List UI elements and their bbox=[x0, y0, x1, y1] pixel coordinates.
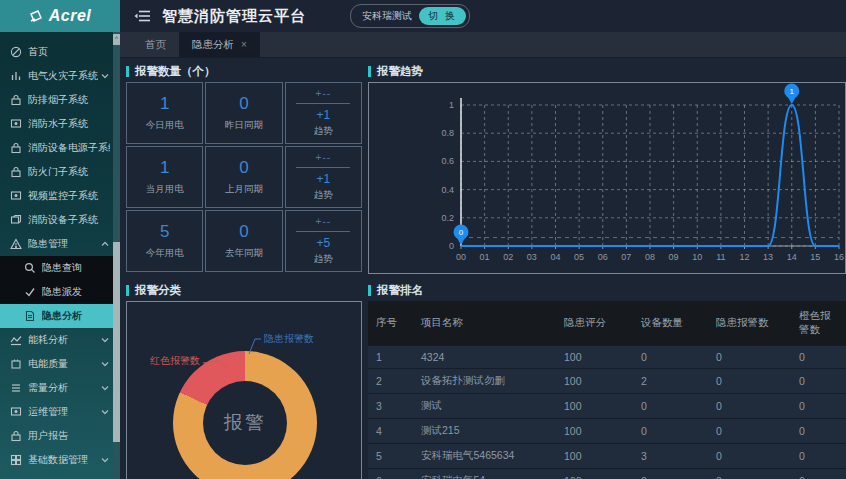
table-cell: 100 bbox=[556, 469, 633, 479]
red-alarm-label: 红色报警数 bbox=[150, 355, 200, 366]
sidebar-item-label: 电能质量 bbox=[28, 357, 98, 371]
table-cell: 0 bbox=[791, 469, 846, 479]
lock-icon bbox=[10, 94, 22, 106]
lock-icon bbox=[10, 430, 22, 442]
trend-card: +--+5趋势 bbox=[285, 210, 362, 272]
sidebar-item-power-quality[interactable]: 电能质量 bbox=[0, 352, 113, 376]
sidebar-item-label: 消防设备电源子系统 bbox=[28, 141, 110, 155]
sidebar-item-home[interactable]: 首页 bbox=[0, 40, 113, 64]
chevron-down-icon bbox=[100, 359, 110, 369]
page-title: 智慧消防管理云平台 bbox=[162, 7, 306, 26]
column-header: 隐患报警数 bbox=[708, 301, 791, 346]
alarm-ranking-table: 序号项目名称隐患评分设备数量隐患报警数橙色报警数 143241000002设备拓… bbox=[368, 301, 846, 479]
sidebar-item-label: 用户报告 bbox=[28, 429, 110, 443]
chevron-down-icon bbox=[100, 71, 110, 81]
svg-text:0.4: 0.4 bbox=[441, 185, 454, 195]
table-cell: 4324 bbox=[413, 346, 556, 369]
svg-text:03: 03 bbox=[527, 252, 537, 262]
monitor-icon bbox=[10, 406, 22, 418]
table-cell: 设备拓扑测试勿删 bbox=[413, 369, 556, 394]
tab-bar: 首页隐患分析× bbox=[120, 32, 846, 58]
tab-hazard-analysis[interactable]: 隐患分析× bbox=[179, 32, 260, 57]
alarm-count-cards: 1今日用电0昨日同期+--+1趋势1当月用电0上月同期+--+1趋势5今年用电0… bbox=[126, 82, 362, 272]
sidebar-item-label: 电气火灾子系统 bbox=[28, 69, 98, 83]
table-cell: 100 bbox=[556, 394, 633, 419]
sidebar-item-user-report[interactable]: 用户报告 bbox=[0, 424, 113, 448]
sidebar-item-fire-water-subsystem[interactable]: 消防水子系统 bbox=[0, 112, 113, 136]
app-window: Acrel 首页电气火灾子系统防排烟子系统消防水子系统消防设备电源子系统防火门子… bbox=[0, 0, 846, 479]
card-label: 今年用电 bbox=[146, 247, 184, 260]
svg-text:08: 08 bbox=[645, 252, 655, 262]
stat-card: 0去年同期 bbox=[205, 210, 282, 272]
chevron-down-icon bbox=[100, 455, 110, 465]
sidebar-item-hazard-query[interactable]: 隐患查询 bbox=[0, 256, 113, 280]
list-icon bbox=[10, 382, 22, 394]
svg-text:01: 01 bbox=[480, 252, 490, 262]
switch-tenant-button[interactable]: 切 换 bbox=[419, 7, 466, 25]
battery-icon bbox=[10, 358, 22, 370]
svg-text:0.2: 0.2 bbox=[441, 213, 454, 223]
svg-text:16: 16 bbox=[834, 252, 844, 262]
tab-close-icon[interactable]: × bbox=[241, 39, 247, 50]
logo: Acrel bbox=[0, 0, 120, 32]
svg-text:15: 15 bbox=[810, 252, 820, 262]
tab-home[interactable]: 首页 bbox=[132, 32, 179, 57]
sidebar-item-label: 隐患派发 bbox=[42, 285, 110, 299]
svg-text:0.8: 0.8 bbox=[441, 128, 454, 138]
top-row: 报警数量（个） 1今日用电0昨日同期+--+1趋势1当月用电0上月同期+--+1… bbox=[126, 61, 846, 274]
table-cell: 0 bbox=[708, 419, 791, 444]
trend-divider bbox=[296, 103, 350, 104]
sidebar-item-energy-analysis[interactable]: 能耗分析 bbox=[0, 328, 113, 352]
stat-value: 0 bbox=[239, 158, 248, 178]
monitor-icon bbox=[10, 118, 22, 130]
content: 报警数量（个） 1今日用电0昨日同期+--+1趋势1当月用电0上月同期+--+1… bbox=[120, 58, 846, 479]
sidebar-item-label: 消防水子系统 bbox=[28, 117, 110, 131]
scrollbar-thumb[interactable] bbox=[113, 242, 120, 442]
card-label: 今日用电 bbox=[146, 119, 184, 132]
table-cell: 1 bbox=[368, 346, 413, 369]
trend-line-chart: 00.20.40.60.8100010203040506070809101112… bbox=[369, 83, 845, 273]
menu-fold-icon[interactable] bbox=[134, 9, 150, 23]
sidebar-item-smoke-control-subsystem[interactable]: 防排烟子系统 bbox=[0, 88, 113, 112]
svg-text:04: 04 bbox=[550, 252, 560, 262]
sidebar-item-label: 隐患管理 bbox=[28, 237, 98, 251]
sidebar-item-hazard-dispatch[interactable]: 隐患派发 bbox=[0, 280, 113, 304]
sidebar-item-fire-door-subsystem[interactable]: 防火门子系统 bbox=[0, 160, 113, 184]
svg-text:05: 05 bbox=[574, 252, 584, 262]
sidebar-item-fire-equipment-subsystem[interactable]: 消防设备子系统 bbox=[0, 208, 113, 232]
sidebar-scrollbar[interactable]: ^ bbox=[113, 32, 120, 479]
sidebar-item-label: 隐患查询 bbox=[42, 261, 110, 275]
column-header: 项目名称 bbox=[413, 301, 556, 346]
sidebar-item-label: 运维管理 bbox=[28, 405, 98, 419]
donut-center-label: 报警 bbox=[224, 410, 266, 436]
svg-text:12: 12 bbox=[739, 252, 749, 262]
column-header: 序号 bbox=[368, 301, 413, 346]
sidebar-item-hazard-analysis[interactable]: 隐患分析 bbox=[0, 304, 113, 328]
tab-label: 首页 bbox=[145, 38, 166, 52]
search-icon bbox=[24, 262, 36, 274]
table-row: 5安科瑞电气5465634100300 bbox=[368, 444, 846, 469]
stat-card: 1当月用电 bbox=[126, 146, 203, 208]
table-cell: 2 bbox=[368, 369, 413, 394]
donut-hole: 报警 bbox=[203, 381, 287, 465]
sidebar-item-hazard-management[interactable]: 隐患管理 bbox=[0, 232, 113, 256]
table-cell: 0 bbox=[633, 394, 708, 419]
sidebar-item-video-surveillance-subsystem[interactable]: 视频监控子系统 bbox=[0, 184, 113, 208]
svg-text:13: 13 bbox=[763, 252, 773, 262]
table-row: 2设备拓扑测试勿删100200 bbox=[368, 369, 846, 394]
monitor-icon bbox=[10, 190, 22, 202]
svg-text:02: 02 bbox=[503, 252, 513, 262]
table-cell: 0 bbox=[708, 469, 791, 479]
alarm-trend-chart: 00.20.40.60.8100010203040506070809101112… bbox=[368, 82, 846, 274]
sidebar-item-basic-data-management[interactable]: 基础数据管理 bbox=[0, 448, 113, 472]
svg-text:0.6: 0.6 bbox=[441, 156, 454, 166]
table-cell: 100 bbox=[556, 419, 633, 444]
dashboard-icon bbox=[10, 46, 22, 58]
scrollbar-up-arrow-icon[interactable]: ^ bbox=[113, 34, 120, 45]
sidebar-item-electrical-fire-subsystem[interactable]: 电气火灾子系统 bbox=[0, 64, 113, 88]
sidebar-item-operation-management[interactable]: 运维管理 bbox=[0, 400, 113, 424]
sidebar-item-demand-analysis[interactable]: 需量分析 bbox=[0, 376, 113, 400]
trend-divider bbox=[296, 231, 350, 232]
sidebar-item-fire-equipment-power-subsystem[interactable]: 消防设备电源子系统 bbox=[0, 136, 113, 160]
tenant-name: 安科瑞测试 bbox=[362, 9, 412, 23]
